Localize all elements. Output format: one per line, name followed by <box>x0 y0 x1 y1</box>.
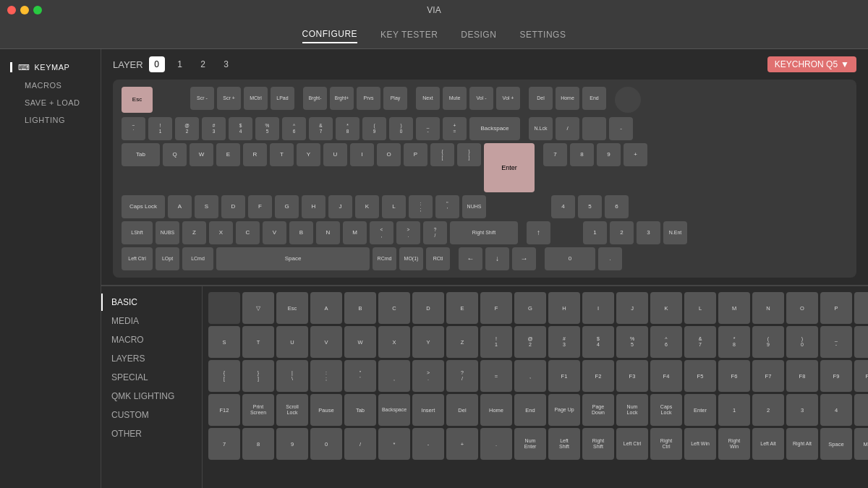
key-l[interactable]: L <box>382 195 406 218</box>
picker-key-l[interactable]: L <box>684 292 716 324</box>
picker-key-asterisk[interactable]: * <box>378 428 410 460</box>
key-num7[interactable]: 7 <box>543 143 567 166</box>
picker-key-question[interactable]: ?/ <box>446 360 478 392</box>
picker-key-eq[interactable]: = <box>480 360 512 392</box>
key-mctrl[interactable]: MCtrl <box>244 87 268 110</box>
picker-key-f3[interactable]: F3 <box>616 360 648 392</box>
key-w[interactable]: W <box>190 143 213 166</box>
key-num9[interactable]: 9 <box>597 143 621 166</box>
bottom-nav-special[interactable]: SPECIAL <box>101 369 202 386</box>
minimize-button[interactable] <box>20 6 29 14</box>
key-m[interactable]: M <box>343 221 367 244</box>
picker-key-w[interactable]: W <box>344 326 376 358</box>
key-numslash[interactable]: / <box>556 117 579 140</box>
picker-key-ralt[interactable]: Right Alt <box>786 428 818 460</box>
picker-key-underscore[interactable]: _- <box>820 326 852 358</box>
picker-key-7[interactable]: 7 <box>208 428 240 460</box>
bottom-nav-media[interactable]: MEDIA <box>101 312 202 330</box>
picker-key-lshift[interactable]: LeftShift <box>548 428 580 460</box>
picker-key-rp0[interactable]: )0 <box>786 326 818 358</box>
key-minus[interactable]: _- <box>416 117 440 140</box>
picker-key-rwin[interactable]: RightWin <box>718 428 750 460</box>
key-tilde[interactable]: ~` <box>122 117 145 140</box>
picker-key-k[interactable]: K <box>650 292 682 324</box>
key-h[interactable]: H <box>302 195 326 218</box>
picker-key-pct5[interactable]: %5 <box>616 326 648 358</box>
picker-key-gt[interactable]: >. <box>412 360 444 392</box>
picker-key-9[interactable]: 9 <box>276 428 308 460</box>
key-4[interactable]: $4 <box>229 117 252 140</box>
picker-key-d[interactable]: D <box>412 292 444 324</box>
picker-key-f12[interactable]: F12 <box>208 394 240 426</box>
picker-key-u[interactable]: U <box>276 326 308 358</box>
key-num3[interactable]: 3 <box>637 221 660 244</box>
key-right[interactable]: → <box>512 247 536 270</box>
picker-key-pgup[interactable]: Page Up <box>548 394 580 426</box>
key-rshift[interactable]: Right Shift <box>450 221 518 244</box>
key-mute[interactable]: Mute <box>443 87 467 110</box>
key-2[interactable]: @2 <box>175 117 199 140</box>
key-t[interactable]: T <box>270 143 294 166</box>
picker-key-dot[interactable]: . <box>480 428 512 460</box>
key-slash[interactable]: ?/ <box>423 221 447 244</box>
close-button[interactable] <box>7 6 16 14</box>
key-up[interactable]: ↑ <box>527 221 550 244</box>
key-num2[interactable]: 2 <box>610 221 634 244</box>
picker-key-e[interactable]: E <box>446 292 478 324</box>
picker-key-a[interactable]: A <box>310 292 342 324</box>
key-a[interactable]: A <box>168 195 192 218</box>
key-lcmd[interactable]: LCmd <box>182 247 213 270</box>
picker-key-j[interactable]: J <box>616 292 648 324</box>
key-e[interactable]: E <box>216 143 240 166</box>
picker-key-0-num[interactable]: 0 <box>310 428 342 460</box>
picker-key-f7[interactable]: F7 <box>752 360 784 392</box>
picker-key-pgdn[interactable]: PageDown <box>582 394 614 426</box>
picker-key-fwdslash[interactable]: / <box>344 428 376 460</box>
key-scr-minus[interactable]: Scr - <box>190 87 214 110</box>
picker-key-excl1[interactable]: !1 <box>480 326 512 358</box>
picker-key-g[interactable]: G <box>514 292 546 324</box>
bottom-nav-custom[interactable]: CUSTOM <box>101 406 202 424</box>
key-q[interactable]: Q <box>163 143 187 166</box>
key-vol-plus[interactable]: Vol + <box>496 87 520 110</box>
key-mo1[interactable]: MO(1) <box>399 247 423 270</box>
key-end-fn[interactable]: End <box>582 87 606 110</box>
picker-key-caret6[interactable]: ^6 <box>650 326 682 358</box>
picker-key-pause[interactable]: Pause <box>310 394 342 426</box>
nav-key-tester[interactable]: KEY TESTER <box>380 27 438 43</box>
picker-key-i[interactable]: I <box>582 292 614 324</box>
key-v[interactable]: V <box>263 221 286 244</box>
picker-key-lbrace[interactable]: {[ <box>208 360 240 392</box>
picker-key-plus[interactable]: + <box>446 428 478 460</box>
picker-key-b[interactable]: B <box>344 292 376 324</box>
picker-key-h[interactable]: H <box>548 292 580 324</box>
key-nubs[interactable]: NUBS <box>156 221 179 244</box>
picker-key-p[interactable]: P <box>820 292 852 324</box>
picker-key-amp7[interactable]: &7 <box>684 326 716 358</box>
key-lshift[interactable]: LShft <box>122 221 153 244</box>
key-lpad[interactable]: LPad <box>271 87 294 110</box>
key-period[interactable]: >. <box>396 221 420 244</box>
key-1[interactable]: !1 <box>148 117 172 140</box>
picker-key-dquote[interactable]: "' <box>344 360 376 392</box>
key-s[interactable]: S <box>195 195 218 218</box>
picker-key-f5[interactable]: F5 <box>684 360 716 392</box>
picker-key-rbrace[interactable]: }] <box>242 360 274 392</box>
picker-key-lt[interactable]: , <box>378 360 410 392</box>
picker-key-lctrl[interactable]: Left Ctrl <box>616 428 648 460</box>
key-num8[interactable]: 8 <box>570 143 594 166</box>
picker-key-end[interactable]: End <box>514 394 546 426</box>
picker-key-colon[interactable]: :; <box>310 360 342 392</box>
key-0[interactable]: )0 <box>389 117 413 140</box>
picker-key-z[interactable]: Z <box>446 326 478 358</box>
key-semicolon[interactable]: :; <box>409 195 433 218</box>
picker-key-at2[interactable]: @2 <box>514 326 546 358</box>
picker-key-8[interactable]: 8 <box>242 428 274 460</box>
key-knob[interactable] <box>615 87 641 113</box>
picker-key-y[interactable]: Y <box>412 326 444 358</box>
picker-key-o[interactable]: O <box>786 292 818 324</box>
key-y[interactable]: Y <box>297 143 320 166</box>
key-space[interactable]: Space <box>216 247 370 270</box>
key-j[interactable]: J <box>328 195 352 218</box>
key-down[interactable]: ↓ <box>485 247 509 270</box>
